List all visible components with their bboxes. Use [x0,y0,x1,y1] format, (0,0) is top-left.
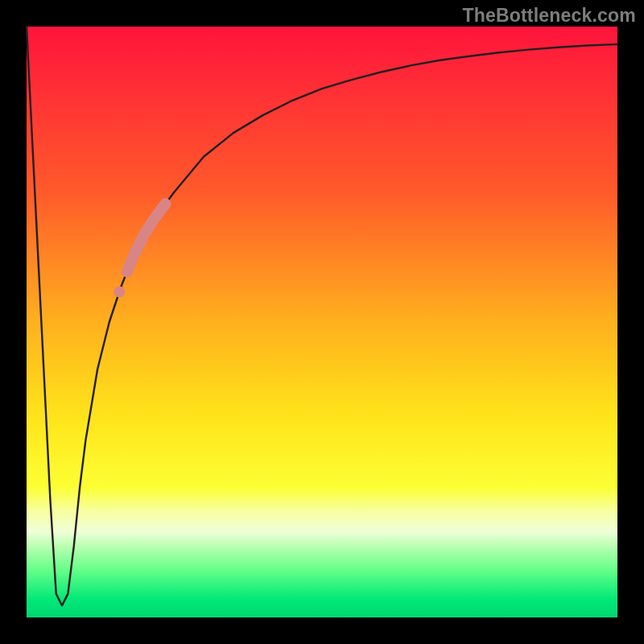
plot-area [27,27,617,617]
curve-layer [27,27,617,617]
bottleneck-curve [27,27,617,605]
highlight-segment [127,204,166,271]
watermark-text: TheBottleneck.com [462,5,636,27]
highlight-dot [114,287,125,298]
chart-frame: TheBottleneck.com [0,0,644,644]
